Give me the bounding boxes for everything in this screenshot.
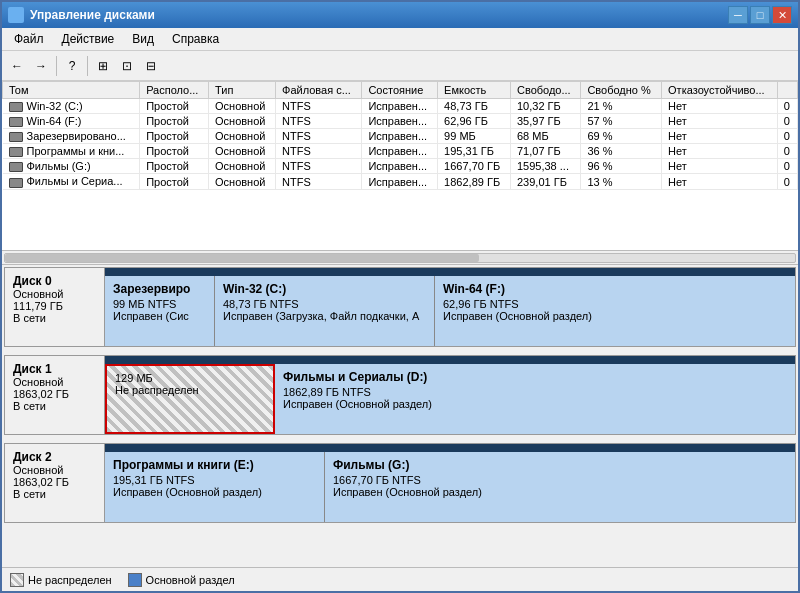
table-row[interactable]: Фильмы и Сериа...ПростойОсновнойNTFSИспр… — [3, 174, 798, 189]
disk2-part-programs[interactable]: Программы и книги (E:) 195,31 ГБ NTFS Ис… — [105, 452, 325, 522]
h-scrollbar[interactable] — [2, 251, 798, 265]
table-cell-0-1: Простой — [140, 99, 209, 114]
table-cell-1-9: 0 — [777, 114, 797, 129]
table-cell-0-4: Исправен... — [362, 99, 438, 114]
disk2-part-programs-title: Программы и книги (E:) — [113, 458, 316, 472]
disk1-partitions-container: 129 МБ Не распределен Фильмы и Сериалы (… — [105, 356, 795, 434]
tool-btn-1[interactable]: ⊞ — [92, 55, 114, 77]
forward-button[interactable]: → — [30, 55, 52, 77]
table-cell-4-0: Фильмы (G:) — [3, 159, 140, 174]
title-buttons: ─ □ ✕ — [728, 6, 792, 24]
disk2-part-films-g-size: 1667,70 ГБ NTFS — [333, 474, 787, 486]
table-cell-1-0: Win-64 (F:) — [3, 114, 140, 129]
disk0-part-win32[interactable]: Win-32 (C:) 48,73 ГБ NTFS Исправен (Загр… — [215, 276, 435, 346]
col-fs: Файловая с... — [276, 82, 362, 99]
table-scroll[interactable]: Том Располо... Тип Файловая с... Состоян… — [2, 81, 798, 250]
disk1-part-unallocated[interactable]: 129 МБ Не распределен — [105, 364, 275, 434]
col-fault: Отказоустойчиво... — [662, 82, 778, 99]
legend-unallocated: Не распределен — [10, 573, 112, 587]
table-cell-2-9: 0 — [777, 129, 797, 144]
app-icon — [8, 7, 24, 23]
col-free-pct: Свободно % — [581, 82, 662, 99]
toolbar-sep-1 — [56, 56, 57, 76]
disk0-part-win64[interactable]: Win-64 (F:) 62,96 ГБ NTFS Исправен (Осно… — [435, 276, 795, 346]
disk1-part-unalloc-status: Не распределен — [115, 384, 265, 396]
disk0-section: Диск 0 Основной 111,79 ГБ В сети Зарезер… — [4, 267, 796, 347]
table-cell-0-5: 48,73 ГБ — [438, 99, 511, 114]
col-capacity: Емкость — [438, 82, 511, 99]
disk1-dark-bar — [105, 356, 795, 364]
disk-area[interactable]: Диск 0 Основной 111,79 ГБ В сети Зарезер… — [2, 265, 798, 567]
table-cell-1-3: NTFS — [276, 114, 362, 129]
disk-icon — [9, 178, 23, 188]
col-layout: Располо... — [140, 82, 209, 99]
disk1-info: Диск 1 Основной 1863,02 ГБ В сети — [5, 356, 105, 434]
disk0-status: В сети — [13, 312, 96, 324]
disk1-size: 1863,02 ГБ — [13, 388, 96, 400]
table-cell-5-8: Нет — [662, 174, 778, 189]
col-free: Свободо... — [510, 82, 580, 99]
disk1-part-films-status: Исправен (Основной раздел) — [283, 398, 787, 410]
table-cell-3-8: Нет — [662, 144, 778, 159]
legend-unallocated-box — [10, 573, 24, 587]
table-row[interactable]: Фильмы (G:)ПростойОсновнойNTFSИсправен..… — [3, 159, 798, 174]
table-cell-5-7: 13 % — [581, 174, 662, 189]
disk2-part-films-g[interactable]: Фильмы (G:) 1667,70 ГБ NTFS Исправен (Ос… — [325, 452, 795, 522]
disk0-size: 111,79 ГБ — [13, 300, 96, 312]
main-area: Том Располо... Тип Файловая с... Состоян… — [2, 81, 798, 591]
tool-btn-3[interactable]: ⊟ — [140, 55, 162, 77]
table-row[interactable]: Программы и кни...ПростойОсновнойNTFSИсп… — [3, 144, 798, 159]
menu-view[interactable]: Вид — [124, 30, 162, 48]
table-cell-2-5: 99 МБ — [438, 129, 511, 144]
table-cell-1-2: Основной — [209, 114, 276, 129]
table-cell-1-8: Нет — [662, 114, 778, 129]
minimize-button[interactable]: ─ — [728, 6, 748, 24]
disk-icon — [9, 162, 23, 172]
disk0-partitions: Зарезервиро 99 МБ NTFS Исправен (Сис Win… — [105, 276, 795, 346]
title-bar: Управление дисками ─ □ ✕ — [2, 2, 798, 28]
table-cell-3-7: 36 % — [581, 144, 662, 159]
maximize-button[interactable]: □ — [750, 6, 770, 24]
col-volume: Том — [3, 82, 140, 99]
disk2-row: Диск 2 Основной 1863,02 ГБ В сети Програ… — [4, 443, 796, 523]
table-cell-1-7: 57 % — [581, 114, 662, 129]
col-type: Тип — [209, 82, 276, 99]
disk1-part-films-title: Фильмы и Сериалы (D:) — [283, 370, 787, 384]
table-cell-4-4: Исправен... — [362, 159, 438, 174]
table-cell-2-2: Основной — [209, 129, 276, 144]
table-cell-0-9: 0 — [777, 99, 797, 114]
title-bar-left: Управление дисками — [8, 7, 155, 23]
table-row[interactable]: Зарезервировано...ПростойОсновнойNTFSИсп… — [3, 129, 798, 144]
table-cell-0-2: Основной — [209, 99, 276, 114]
table-row[interactable]: Win-32 (C:)ПростойОсновнойNTFSИсправен..… — [3, 99, 798, 114]
menu-file[interactable]: Файл — [6, 30, 52, 48]
disk0-part-sysreserved[interactable]: Зарезервиро 99 МБ NTFS Исправен (Сис — [105, 276, 215, 346]
table-area: Том Располо... Тип Файловая с... Состоян… — [2, 81, 798, 251]
h-scrollbar-track — [4, 253, 796, 263]
disk-icon — [9, 147, 23, 157]
disk0-part-win64-title: Win-64 (F:) — [443, 282, 787, 296]
table-cell-5-3: NTFS — [276, 174, 362, 189]
help-button[interactable]: ? — [61, 55, 83, 77]
table-cell-4-3: NTFS — [276, 159, 362, 174]
table-header-row: Том Располо... Тип Файловая с... Состоян… — [3, 82, 798, 99]
disk1-part-films[interactable]: Фильмы и Сериалы (D:) 1862,89 ГБ NTFS Ис… — [275, 364, 795, 434]
table-cell-2-8: Нет — [662, 129, 778, 144]
table-cell-5-2: Основной — [209, 174, 276, 189]
disk2-part-programs-size: 195,31 ГБ NTFS — [113, 474, 316, 486]
disk1-type: Основной — [13, 376, 96, 388]
disk1-part-films-size: 1862,89 ГБ NTFS — [283, 386, 787, 398]
table-row[interactable]: Win-64 (F:)ПростойОсновнойNTFSИсправен..… — [3, 114, 798, 129]
disk-icon — [9, 132, 23, 142]
table-cell-5-5: 1862,89 ГБ — [438, 174, 511, 189]
legend-primary: Основной раздел — [128, 573, 235, 587]
tool-btn-2[interactable]: ⊡ — [116, 55, 138, 77]
back-button[interactable]: ← — [6, 55, 28, 77]
table-cell-4-9: 0 — [777, 159, 797, 174]
legend-unallocated-label: Не распределен — [28, 574, 112, 586]
close-button[interactable]: ✕ — [772, 6, 792, 24]
menu-help[interactable]: Справка — [164, 30, 227, 48]
menu-action[interactable]: Действие — [54, 30, 123, 48]
table-body: Win-32 (C:)ПростойОсновнойNTFSИсправен..… — [3, 99, 798, 190]
disk-icon — [9, 117, 23, 127]
